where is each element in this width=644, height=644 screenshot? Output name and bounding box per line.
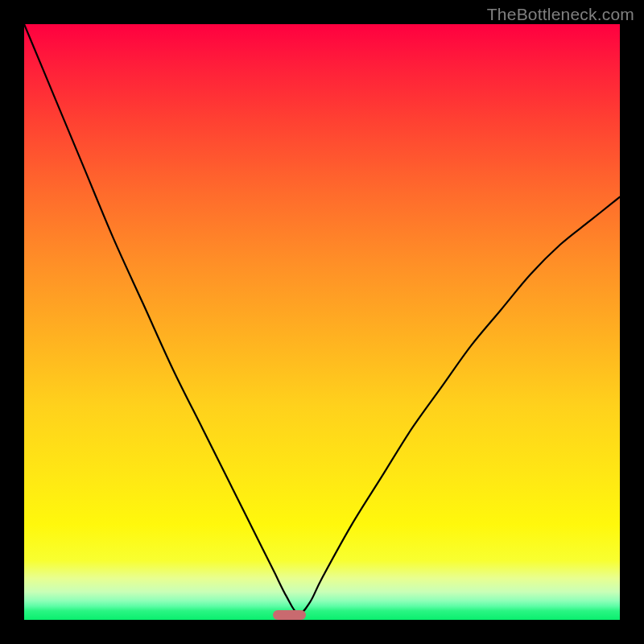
watermark-text: TheBottleneck.com (487, 5, 634, 24)
chart-frame: TheBottleneck.com (0, 0, 644, 644)
bottleneck-curve (24, 24, 620, 620)
plot-area (24, 24, 620, 620)
optimal-marker (273, 610, 306, 620)
